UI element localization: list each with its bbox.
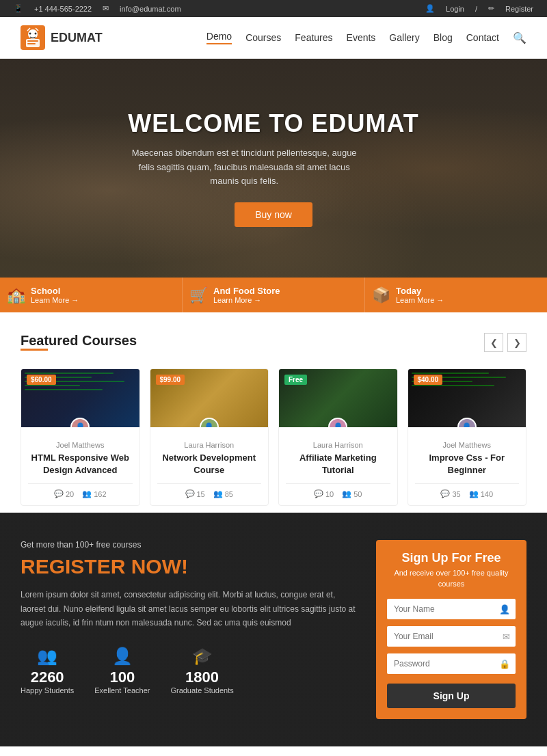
nav-courses[interactable]: Courses [245,32,281,43]
nav-features[interactable]: Features [295,32,332,43]
category-food[interactable]: 🛒 And Food Store Learn More → [183,278,365,312]
course-thumb-3: Free 👤 [279,369,397,427]
nav-gallery[interactable]: Gallery [389,32,419,43]
register-link[interactable]: Register [505,5,533,13]
email-icon: ✉ [503,632,510,642]
school-icon: 🏫 [7,286,25,304]
logo: EDUMAT [21,25,103,50]
course-info-2: Laura Harrison Network Development Cours… [150,427,269,505]
hero-section: WELCOME TO EDUMAT Maecenas bibendum est … [0,59,547,278]
svg-point-3 [35,33,37,35]
course-thumb-2: $99.00 👤 [150,369,269,427]
section-title-group: Featured Courses [21,333,137,364]
featured-title: Featured Courses [21,333,137,349]
name-field: 👤 [387,599,516,619]
course-card-4: $40.00 👤 Joel Matthews Improve Css - For… [408,368,527,506]
course-title-1[interactable]: HTML Responsive Web Design Advanced [28,452,133,476]
top-bar: 📱 +1 444-565-2222 ✉ info@edumat.com 👤 Lo… [0,0,547,17]
stat-students: 👥 2260 Happy Students [21,647,74,694]
nav-events[interactable]: Events [347,32,376,43]
teachers-count: 100 [94,669,150,686]
email-icon: ✉ [103,4,109,13]
logo-text: EDUMAT [51,31,103,45]
nav-demo[interactable]: Demo [206,31,232,44]
featured-section: Featured Courses ❮ ❯ $60.00 👤 [0,312,547,513]
comments-2: 💬 15 [185,489,205,498]
phone-number: +1 444-565-2222 [34,5,92,13]
school-arrow: → [71,296,79,304]
register-left: Get more than 100+ free courses REGISTER… [21,540,356,694]
signup-button[interactable]: Sign Up [387,684,516,708]
section-underline [21,349,48,351]
user-icon: 👤 [425,4,435,13]
course-meta-2: 💬 15 👥 85 [157,483,262,498]
today-name: Today [396,286,444,296]
top-bar-right: 👤 Login / ✏ Register [425,4,533,13]
comments-4: 💬 35 [440,489,460,498]
nav-blog[interactable]: Blog [433,32,453,43]
register-section: Get more than 100+ free courses REGISTER… [0,513,547,746]
search-icon[interactable]: 🔍 [513,31,526,44]
comments-1: 💬 20 [54,489,74,498]
stats-row: 👥 2260 Happy Students 👤 100 Exellent Tea… [21,647,356,694]
student-icon-3: 👥 [342,489,351,498]
food-link[interactable]: Learn More → [213,296,280,304]
school-name: School [31,286,79,296]
buy-now-button[interactable]: Buy now [235,202,312,227]
comments-3: 💬 10 [314,489,334,498]
email-field: ✉ [387,626,516,647]
teachers-label: Exellent Teacher [94,686,150,694]
comment-icon-1: 💬 [54,489,64,498]
email-input[interactable] [387,626,516,647]
course-card-1: $60.00 👤 Joel Matthews HTML Responsive W… [21,368,140,506]
signup-subtitle: And receive over 100+ free quality cours… [387,568,516,589]
nav-links: Demo Courses Features Events Gallery Blo… [206,31,526,44]
carousel-nav: ❮ ❯ [484,333,526,352]
lock-icon: 🔒 [499,659,510,669]
stat-teachers: 👤 100 Exellent Teacher [94,647,150,694]
category-bar: 🏫 School Learn More → 🛒 And Food Store L… [0,278,547,312]
logo-icon [21,25,45,50]
student-icon-2: 👥 [213,489,223,498]
category-school[interactable]: 🏫 School Learn More → [0,278,183,312]
food-icon: 🛒 [189,286,208,304]
students-2: 👥 85 [213,489,233,498]
password-input[interactable] [387,653,516,674]
course-card-2: $99.00 👤 Laura Harrison Network Developm… [150,368,269,506]
instructor-2: Laura Harrison [157,441,262,449]
nav-contact[interactable]: Contact [466,32,499,43]
prev-arrow[interactable]: ❮ [484,333,503,352]
food-arrow: → [254,296,261,304]
login-link[interactable]: Login [446,5,464,13]
name-input[interactable] [387,599,516,619]
graduates-icon: 🎓 [170,647,233,666]
course-meta-4: 💬 35 👥 140 [415,483,520,498]
courses-grid: $60.00 👤 Joel Matthews HTML Responsive W… [21,368,526,506]
email-address: info@edumat.com [120,5,181,13]
hero-subtitle: Maecenas bibendum est et tincidunt pelle… [128,146,360,189]
students-count: 2260 [21,669,74,686]
comment-icon-3: 💬 [314,489,323,498]
category-today[interactable]: 📦 Today Learn More → [365,278,547,312]
signup-form-box: Sign Up For Free And receive over 100+ f… [376,540,526,719]
next-arrow[interactable]: ❯ [507,333,526,352]
course-title-4[interactable]: Improve Css - For Beginner [415,452,520,476]
price-badge-4: $40.00 [414,375,443,385]
course-title-3[interactable]: Affiliate Marketing Tutorial [286,452,390,476]
stat-graduates: 🎓 1800 Graduate Students [170,647,233,694]
today-link[interactable]: Learn More → [396,296,444,304]
course-info-4: Joel Matthews Improve Css - For Beginner… [408,427,526,505]
category-school-text: School Learn More → [31,286,79,304]
register-headline: REGISTER NOW! [21,555,356,578]
students-1: 👥 162 [82,489,106,498]
price-badge-3: Free [284,375,307,385]
food-name: And Food Store [213,286,280,296]
course-title-2[interactable]: Network Development Course [157,452,262,476]
graduates-count: 1800 [170,669,233,686]
course-meta-1: 💬 20 👥 162 [28,483,133,498]
school-link[interactable]: Learn More → [31,296,79,304]
edit-icon: ✏ [488,4,494,13]
main-nav: EDUMAT Demo Courses Features Events Gall… [0,17,547,59]
instructor-4: Joel Matthews [415,441,520,449]
today-icon: 📦 [372,286,390,304]
